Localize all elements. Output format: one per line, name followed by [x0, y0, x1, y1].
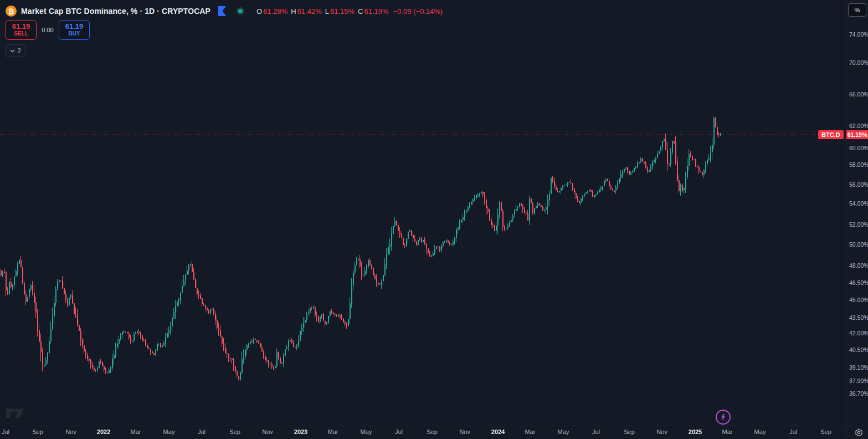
sell-price: 61.19 — [12, 23, 30, 30]
time-tick-label: Sep — [624, 428, 635, 435]
chart-window: BTC.D ₿ Market Cap BTC Dominance, % · 1D… — [0, 0, 868, 439]
time-tick-label: May — [163, 428, 175, 435]
price-tick-label: 39.10% — [849, 364, 868, 371]
time-tick-label: Sep — [427, 428, 438, 435]
price-tick-label: 46.50% — [849, 279, 868, 286]
price-tick-label: 36.70% — [849, 390, 868, 397]
high-value: 61.42% — [297, 7, 322, 16]
buy-button[interactable]: 61.19 BUY — [59, 20, 90, 40]
time-tick-label: Sep — [32, 428, 43, 435]
instant-trading-lightning-button[interactable] — [716, 410, 731, 425]
ohlc-readout: O61.28% H61.42% L61.15% C61.19% −0.09 (−… — [256, 7, 443, 16]
bitcoin-icon: ₿ — [6, 6, 17, 17]
open-label: O — [256, 7, 262, 16]
sell-label: SELL — [14, 30, 28, 37]
time-tick-label: Jul — [592, 428, 600, 435]
open-value: 61.28% — [263, 7, 287, 16]
time-tick-label: Jul — [395, 428, 403, 435]
low-label: L — [325, 7, 329, 16]
time-tick-year-label: 2023 — [294, 428, 307, 435]
close-value: 61.19% — [364, 7, 388, 16]
time-tick-label: May — [361, 428, 372, 435]
time-tick-label: Mar — [328, 428, 338, 435]
price-tick-label: 62.00% — [849, 122, 868, 129]
time-tick-year-label: 2025 — [689, 428, 702, 435]
time-tick-label: Mar — [722, 428, 733, 435]
collapse-count: 2 — [17, 47, 21, 55]
percent-scale-button[interactable]: % — [848, 3, 866, 17]
time-tick-label: Jul — [2, 428, 9, 435]
time-tick-label: Nov — [65, 428, 76, 435]
buy-label: BUY — [68, 30, 80, 37]
time-tick-label: Sep — [229, 428, 240, 435]
axis-settings-gear-icon[interactable] — [855, 428, 863, 439]
time-tick-label: Jul — [198, 428, 206, 435]
price-tick-label: 37.90% — [849, 377, 868, 384]
symbol-title[interactable]: Market Cap BTC Dominance, % · 1D · CRYPT… — [21, 7, 210, 16]
data-status-icon[interactable] — [237, 7, 244, 15]
time-tick-label: Nov — [459, 428, 470, 435]
price-tick-label: 70.00% — [849, 59, 868, 66]
lightning-bolt-icon — [720, 413, 726, 421]
price-tick-label: 42.00% — [849, 330, 868, 336]
high-label: H — [291, 7, 296, 16]
tradingview-logo[interactable] — [6, 407, 24, 421]
time-tick-label: May — [558, 428, 569, 435]
time-tick-label: Mar — [525, 428, 536, 435]
price-line-symbol-label: BTC.D — [818, 130, 844, 139]
price-tick-label: 48.00% — [849, 262, 868, 269]
time-tick-label: Mar — [131, 428, 141, 435]
object-tree-collapse-button[interactable]: 2 — [6, 44, 25, 57]
time-tick-label: Jul — [789, 428, 797, 435]
price-tick-label: 56.00% — [849, 181, 868, 188]
price-tick-label: 60.00% — [849, 145, 868, 151]
flag-bookmark-icon[interactable] — [218, 6, 227, 16]
price-axis[interactable]: % 61.19% 74.00%70.00%66.00%62.00%60.00%5… — [846, 0, 868, 426]
price-tick-label: 54.00% — [849, 200, 868, 207]
time-tick-label: Nov — [262, 428, 273, 435]
price-tick-label: 45.00% — [849, 297, 868, 303]
time-tick-label: Nov — [656, 428, 667, 435]
chart-header: ₿ Market Cap BTC Dominance, % · 1D · CRY… — [6, 4, 443, 57]
price-tick-label: 50.00% — [849, 241, 868, 248]
candlestick-chart[interactable] — [0, 0, 846, 426]
current-price-label: 61.19% — [846, 130, 868, 139]
chevron-down-icon — [10, 49, 15, 53]
low-value: 61.15% — [330, 7, 355, 16]
change-value: −0.09 (−0.14%) — [393, 7, 443, 16]
sell-button[interactable]: 61.19 SELL — [6, 20, 37, 40]
close-label: C — [358, 7, 363, 16]
time-tick-label: May — [754, 428, 766, 435]
price-tick-label: 43.50% — [849, 314, 868, 321]
axis-corner-divider — [846, 426, 846, 439]
price-tick-label: 58.00% — [849, 161, 868, 168]
price-tick-label: 66.00% — [849, 91, 868, 98]
price-tick-label: 40.50% — [849, 346, 868, 353]
time-tick-label: Sep — [820, 428, 831, 435]
price-tick-label: 74.00% — [849, 31, 868, 38]
price-tick-label: 52.00% — [849, 221, 868, 228]
trade-panel: 61.19 SELL 0.00 61.19 BUY — [6, 20, 443, 40]
spread-value: 0.00 — [37, 27, 59, 33]
time-tick-year-label: 2022 — [97, 428, 110, 435]
time-tick-year-label: 2024 — [491, 428, 505, 435]
buy-price: 61.19 — [65, 23, 84, 30]
time-axis[interactable]: JulSepNov2022MarMayJulSepNov2023MarMayJu… — [0, 426, 868, 439]
